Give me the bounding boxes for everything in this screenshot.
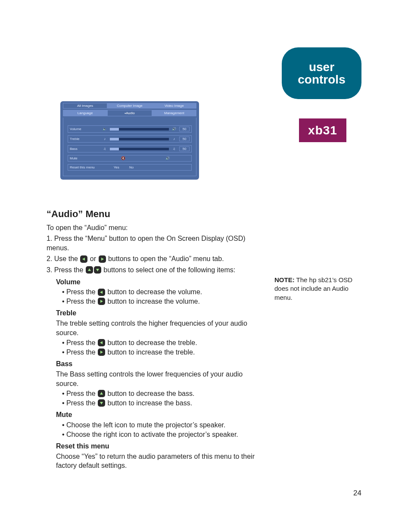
note-label: NOTE:: [274, 276, 295, 283]
treble-desc: The treble setting controls the higher f…: [56, 319, 266, 337]
osd-row-value: 50: [179, 137, 190, 141]
right-arrow-icon: [99, 255, 106, 263]
svg-marker-5: [100, 300, 103, 303]
osd-row-label: Mute: [70, 156, 101, 160]
speaker-low-icon: 🔈: [101, 127, 109, 131]
osd-sub-tabs: Language •Audio Management: [63, 110, 196, 116]
osd-row-value: 50: [179, 127, 190, 131]
intro-text: To open the “Audio” menu:: [47, 223, 266, 233]
left-arrow-icon: [80, 255, 87, 263]
mute-left: Choose the left icon to mute the project…: [62, 420, 266, 430]
volume-decrease: Press the button to decrease the volume.: [62, 287, 266, 297]
step-2: 2. Use the or buttons to open the “Audio…: [47, 254, 266, 264]
svg-marker-4: [100, 291, 103, 294]
osd-row-label: Bass: [70, 147, 101, 151]
sub-heading-bass: Bass: [56, 359, 266, 369]
osd-ptab-computer-image: Computer Image: [107, 103, 152, 109]
step-3: 3. Press the buttons to select one of th…: [47, 265, 266, 275]
osd-row-mute: Mute 🔇 🔊: [68, 155, 192, 162]
down-arrow-icon: [98, 399, 105, 407]
osd-row-label: Treble: [70, 137, 101, 141]
step-2-text-c: buttons to open the “Audio” menu tab.: [106, 255, 224, 262]
osd-row-reset: Reset this menu Yes No: [68, 164, 192, 171]
bass-high-icon: ♫: [170, 147, 178, 151]
treble-decrease: Press the button to decrease the treble.: [62, 338, 266, 348]
right-arrow-icon: [98, 348, 105, 356]
osd-row-label: Reset this menu: [70, 165, 109, 169]
up-arrow-icon: [86, 266, 93, 274]
treble-increase: Press the button to increase the treble.: [62, 348, 266, 357]
mute-on-icon: 🔊: [145, 156, 190, 160]
osd-row-bass: Bass ♫ ♫ 50: [68, 145, 192, 152]
osd-primary-tabs: All Images Computer Image Video Image: [63, 103, 196, 109]
mute-off-icon: 🔇: [101, 156, 145, 160]
left-arrow-icon: [98, 289, 105, 296]
body-content: “Audio” Menu To open the “Audio” menu: 1…: [47, 208, 266, 471]
svg-marker-2: [88, 268, 91, 271]
osd-ptab-video-image: Video Image: [152, 103, 196, 109]
bass-decrease: Press the button to decrease the bass.: [62, 389, 266, 398]
right-arrow-icon: [98, 298, 105, 305]
user-controls-badge: user controls: [282, 47, 361, 99]
step-3-text-a: 3. Press the: [47, 266, 85, 274]
svg-marker-7: [100, 351, 103, 354]
step-1: 1. Press the “Menu” button to open the O…: [47, 234, 266, 252]
osd-stab-audio: •Audio: [107, 110, 152, 116]
bass-low-icon: ♫: [101, 147, 109, 151]
section-heading: “Audio” Menu: [47, 208, 266, 221]
model-badge: xb31: [299, 118, 346, 142]
sub-heading-reset: Reset this menu: [56, 442, 266, 451]
osd-row-volume: Volume 🔈 🔊 50: [68, 125, 192, 133]
osd-panel: Volume 🔈 🔊 50 Treble ♪ ♪ 50 Bass ♫ ♫ 50: [63, 118, 196, 176]
osd-reset-no: No: [129, 165, 134, 169]
step-3-text-b: buttons to select one of the following i…: [102, 266, 235, 274]
osd-reset-yes: Yes: [114, 165, 119, 169]
osd-screenshot: All Images Computer Image Video Image La…: [60, 101, 199, 180]
speaker-high-icon: 🔊: [170, 127, 178, 131]
osd-row-value: 50: [179, 146, 190, 151]
side-note: NOTE: The hp sb21’s OSD does not include…: [274, 276, 363, 302]
osd-stab-language: Language: [63, 110, 107, 116]
svg-marker-0: [82, 258, 85, 261]
down-arrow-icon: [94, 266, 101, 274]
sub-heading-mute: Mute: [56, 410, 266, 420]
volume-increase: Press the button to increase the volume.: [62, 297, 266, 306]
osd-row-label: Volume: [70, 127, 101, 131]
svg-marker-9: [100, 402, 103, 404]
svg-marker-1: [101, 258, 104, 261]
page: user controls xb31 All Images Computer I…: [0, 0, 411, 532]
osd-stab-management: Management: [152, 110, 196, 116]
osd-ptab-all-images: All Images: [63, 103, 107, 109]
sub-heading-volume: Volume: [56, 277, 266, 287]
step-2-text-b: or: [88, 255, 98, 262]
reset-desc: Choose “Yes” to return the audio paramet…: [56, 452, 266, 470]
left-arrow-icon: [98, 339, 105, 346]
subsection-volume: Volume Press the button to decrease the …: [56, 277, 266, 470]
treble-high-icon: ♪: [170, 137, 178, 141]
badge-line1: user: [309, 61, 334, 73]
svg-marker-6: [100, 341, 103, 344]
step-2-text-a: 2. Use the: [47, 255, 80, 262]
osd-row-treble: Treble ♪ ♪ 50: [68, 135, 192, 143]
treble-low-icon: ♪: [101, 137, 109, 141]
sub-heading-treble: Treble: [56, 308, 266, 318]
page-number: 24: [353, 489, 361, 498]
up-arrow-icon: [98, 390, 105, 397]
bass-increase: Press the button to increase the bass.: [62, 398, 266, 408]
svg-marker-3: [96, 269, 99, 271]
mute-right: Choose the right icon to activate the pr…: [62, 430, 266, 439]
steps-list: 1. Press the “Menu” button to open the O…: [47, 234, 266, 274]
badge-line2: controls: [298, 73, 345, 86]
svg-marker-8: [100, 392, 103, 395]
bass-desc: The Bass setting controls the lower freq…: [56, 370, 266, 388]
